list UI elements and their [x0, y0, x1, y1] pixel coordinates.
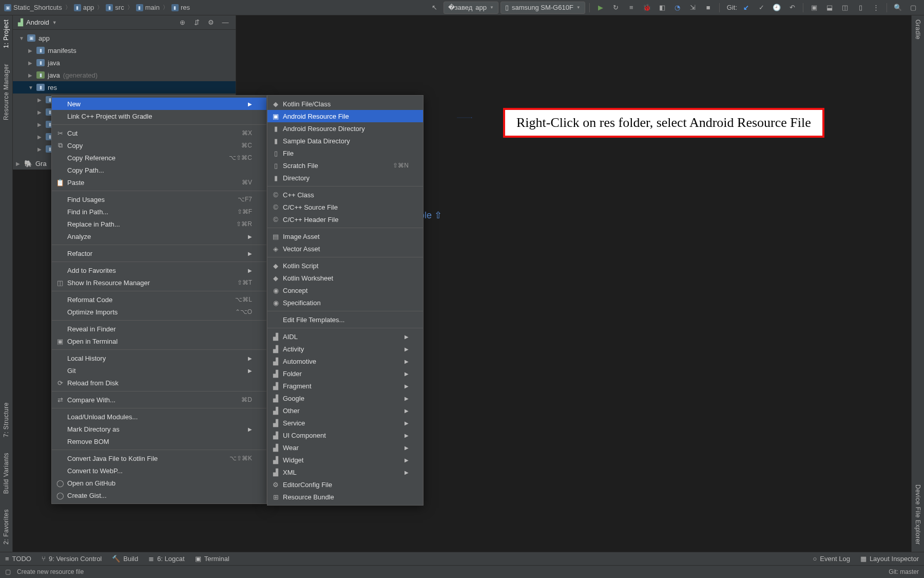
ctx-cpp-class[interactable]: ©C++ Class	[267, 189, 423, 201]
crumb-app[interactable]: ▮app	[74, 4, 94, 11]
crumb-res[interactable]: ▮res	[171, 4, 190, 11]
toolwin-logcat[interactable]: ≣6: Logcat	[148, 555, 185, 563]
tree-toggle-icon[interactable]: ▶	[37, 134, 43, 140]
ctx-sample-data-directory[interactable]: ▮Sample Data Directory	[267, 135, 423, 147]
toolwin-event-log[interactable]: ○Event Log	[813, 555, 850, 563]
locate-icon[interactable]: ⊕	[177, 17, 187, 28]
ctx-remove-bom[interactable]: Remove BOM	[52, 435, 266, 448]
ctx-copy-path[interactable]: Copy Path...	[52, 164, 266, 176]
ctx-fragment[interactable]: ▟Fragment▶	[267, 380, 423, 392]
ctx-kotlin-worksheet[interactable]: ◆Kotlin Worksheet	[267, 272, 423, 284]
ctx-compare[interactable]: ⇄Compare With...⌘D	[52, 394, 266, 406]
ctx-optimize-imports[interactable]: Optimize Imports⌃⌥O	[52, 306, 266, 318]
sdk-manager-button[interactable]: ⬓	[823, 2, 836, 13]
add-config-button[interactable]: ↖	[428, 2, 441, 13]
coverage-button[interactable]: ◧	[656, 2, 669, 13]
run-button[interactable]: ▶	[594, 2, 607, 13]
ctx-load-modules[interactable]: Load/Unload Modules...	[52, 411, 266, 423]
apply-changes-button[interactable]: ↻	[609, 2, 623, 13]
resource-manager-button[interactable]: ◫	[838, 2, 852, 13]
crumb-main[interactable]: ▮main	[136, 4, 160, 11]
tree-node-java[interactable]: ▶▮java	[13, 57, 236, 69]
rail-structure[interactable]: 7: Structure	[3, 402, 10, 437]
toolwin-vcs[interactable]: ⑂9: Version Control	[42, 555, 102, 563]
tree-node-java-generated[interactable]: ▶▮java (generated)	[13, 69, 236, 81]
tree-toggle-icon[interactable]: ▼	[19, 35, 24, 41]
hide-icon[interactable]: —	[220, 17, 230, 28]
ctx-copy-reference[interactable]: Copy Reference⌥⇧⌘C	[52, 152, 266, 164]
tree-toggle-icon[interactable]: ▶	[37, 109, 43, 115]
ctx-cut[interactable]: ✂Cut⌘X	[52, 127, 266, 139]
ctx-reformat[interactable]: Reformat Code⌥⌘L	[52, 293, 266, 306]
ctx-show-resource-manager[interactable]: ◫Show In Resource Manager⇧⌘T	[52, 276, 266, 289]
ctx-ui-component[interactable]: ▟UI Component▶	[267, 429, 423, 441]
ctx-create-gist[interactable]: ◯Create Gist...	[52, 489, 266, 501]
ctx-scratch-file[interactable]: ▯Scratch File⇧⌘N	[267, 159, 423, 172]
ctx-copy[interactable]: ⧉Copy⌘C	[52, 139, 266, 152]
ctx-git[interactable]: Git▶	[52, 364, 266, 377]
tree-toggle-icon[interactable]: ▶	[28, 48, 33, 53]
ctx-activity[interactable]: ▟Activity▶	[267, 343, 423, 355]
ctx-link-cpp[interactable]: Link C++ Project with Gradle	[52, 110, 266, 122]
ctx-android-resource-directory[interactable]: ▮Android Resource Directory	[267, 122, 423, 135]
ctx-specification[interactable]: ◉Specification	[267, 296, 423, 309]
ctx-resource-bundle[interactable]: ⊞Resource Bundle	[267, 491, 423, 503]
git-branch[interactable]: Git: master	[889, 568, 919, 575]
stop-button[interactable]: ■	[702, 2, 715, 13]
tree-toggle-icon[interactable]: ▶	[37, 122, 43, 127]
ctx-directory[interactable]: ▮Directory	[267, 172, 423, 184]
debug-button[interactable]: 🐞	[640, 2, 653, 13]
ctx-xml[interactable]: ▟XML▶	[267, 466, 423, 478]
ctx-service[interactable]: ▟Service▶	[267, 417, 423, 429]
gear-icon[interactable]: ⚙	[206, 17, 216, 28]
ctx-reload-disk[interactable]: ⟳Reload from Disk	[52, 377, 266, 389]
git-history-button[interactable]: 🕘	[770, 2, 783, 13]
ctx-convert-kotlin[interactable]: Convert Java File to Kotlin File⌥⇧⌘K	[52, 452, 266, 464]
rail-favorites[interactable]: 2: Favorites	[3, 509, 10, 545]
toolwin-layout-inspector[interactable]: ▦Layout Inspector	[860, 555, 919, 563]
ctx-automotive[interactable]: ▟Automotive▶	[267, 355, 423, 367]
ctx-image-asset[interactable]: ▤Image Asset	[267, 230, 423, 243]
ctx-new[interactable]: New▶	[52, 98, 266, 110]
device-combo[interactable]: ▯samsung SM-G610F▼	[500, 2, 585, 14]
ctx-concept[interactable]: ◉Concept	[267, 284, 423, 296]
git-update-button[interactable]: ↙	[739, 2, 753, 13]
avd-manager-button[interactable]: ▣	[807, 2, 821, 13]
ctx-convert-webp[interactable]: Convert to WebP...	[52, 464, 266, 477]
toolwin-terminal[interactable]: ▣Terminal	[195, 555, 229, 563]
tree-node-app[interactable]: ▼▣app	[13, 32, 236, 44]
ctx-c-header[interactable]: ©C/C++ Header File	[267, 213, 423, 226]
ctx-google[interactable]: ▟Google▶	[267, 392, 423, 404]
ctx-analyze[interactable]: Analyze▶	[52, 230, 266, 243]
ctx-paste[interactable]: 📋Paste⌘V	[52, 176, 266, 189]
profile-button[interactable]: ◔	[671, 2, 684, 13]
ctx-replace-in-path[interactable]: Replace in Path...⇧⌘R	[52, 218, 266, 230]
run-config-combo[interactable]: �заведapp▼	[444, 2, 498, 14]
ctx-mark-directory[interactable]: Mark Directory as▶	[52, 423, 266, 435]
expand-icon[interactable]: ⇵	[191, 17, 202, 28]
rail-device-file-explorer[interactable]: Device File Explorer	[914, 484, 921, 545]
tree-toggle-icon[interactable]: ▶	[16, 161, 21, 166]
ctx-add-favorites[interactable]: Add to Favorites▶	[52, 264, 266, 276]
project-view-combo[interactable]: ▟ Android ▼	[18, 18, 57, 26]
ctx-kotlin-script[interactable]: ◆Kotlin Script	[267, 259, 423, 272]
ctx-edit-templates[interactable]: Edit File Templates...	[267, 313, 423, 326]
tree-toggle-icon[interactable]: ▶	[28, 60, 33, 66]
ctx-kotlin-file[interactable]: ◆Kotlin File/Class	[267, 98, 423, 110]
attach-debugger-button[interactable]: ⇲	[686, 2, 700, 13]
ctx-reveal-finder[interactable]: Reveal in Finder	[52, 323, 266, 335]
toolwindows-icon[interactable]: ▢	[5, 568, 11, 575]
ctx-other[interactable]: ▟Other▶	[267, 404, 423, 417]
tree-toggle-icon[interactable]: ▶	[28, 72, 33, 78]
ctx-android-resource-file[interactable]: ▣Android Resource File	[267, 110, 423, 122]
ctx-refactor[interactable]: Refactor▶	[52, 247, 266, 259]
ctx-local-history[interactable]: Local History▶	[52, 352, 266, 364]
tree-toggle-icon[interactable]: ▶	[37, 97, 43, 103]
crumb-src[interactable]: ▮src	[106, 4, 124, 11]
account-button[interactable]: ▢	[907, 2, 920, 13]
tree-node-manifests[interactable]: ▶▮manifests	[13, 44, 236, 57]
rail-build-variants[interactable]: Build Variants	[3, 453, 10, 494]
ctx-find-in-path[interactable]: Find in Path...⇧⌘F	[52, 206, 266, 218]
ctx-wear[interactable]: ▟Wear▶	[267, 441, 423, 454]
tree-node-res[interactable]: ▼▮res	[13, 81, 236, 94]
